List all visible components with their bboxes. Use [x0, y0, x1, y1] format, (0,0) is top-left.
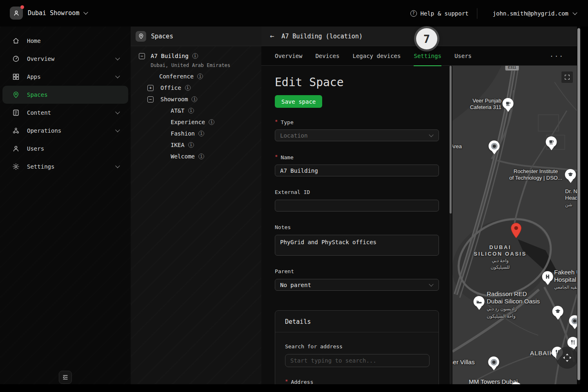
map-label-radisson-red: Radisson REDDubai Silicon Oasis راديسون … — [487, 290, 540, 320]
red-location-marker[interactable] — [511, 223, 522, 241]
document-icon — [12, 109, 20, 116]
chevron-down-icon — [115, 56, 120, 60]
school-pin[interactable] — [552, 306, 564, 317]
sidebar-item-settings[interactable]: Settings — [2, 158, 128, 176]
details-title: Details — [285, 318, 311, 325]
user-icon — [12, 145, 20, 152]
tab-overview[interactable]: Overview — [275, 46, 302, 66]
network-icon — [12, 127, 20, 134]
more-tabs-icon[interactable] — [550, 46, 564, 66]
map-label-veer-punjab: Veer PunjabCafeteria 311 — [456, 98, 501, 111]
fullscreen-button[interactable] — [561, 71, 573, 83]
cafe-pin[interactable] — [546, 136, 557, 147]
sidebar-item-users[interactable]: Users — [2, 140, 128, 158]
map-label-dr-nu: Dr. NuHeadqu شن — [565, 188, 577, 208]
type-label: Type — [275, 119, 294, 125]
sidebar-item-label: Users — [27, 145, 119, 152]
address-search-input[interactable] — [285, 354, 430, 367]
parent-select[interactable]: No parent — [275, 279, 439, 291]
cafe-pin[interactable] — [503, 98, 514, 109]
school-pin[interactable] — [565, 169, 576, 180]
notes-textarea[interactable]: PhyGrid and PhyStack offices — [275, 235, 439, 256]
map-label-rochester: Rochester Instituteof Technology | DSO..… — [501, 168, 571, 181]
dot-pin[interactable] — [569, 315, 577, 326]
info-icon[interactable] — [188, 142, 194, 148]
window-scrollbar-thumb[interactable] — [577, 28, 580, 380]
help-support-link[interactable]: Help & support — [410, 10, 469, 17]
tab-users[interactable]: Users — [454, 46, 472, 66]
expand-expander[interactable]: + — [147, 85, 154, 91]
tree-item-label: Experience — [171, 119, 205, 125]
sidebar-item-home[interactable]: Home — [2, 32, 128, 50]
collapse-expander[interactable]: − — [139, 53, 145, 59]
info-icon[interactable] — [192, 96, 197, 102]
dot-pin[interactable] — [488, 356, 499, 368]
tree-item-label: Fashion — [171, 130, 195, 137]
topbar-divider — [477, 8, 477, 19]
org-avatar — [10, 7, 23, 20]
back-arrow-icon[interactable] — [270, 33, 274, 40]
hospital-pin[interactable] — [542, 271, 553, 282]
org-switcher[interactable]: Dubai Showroom — [10, 7, 87, 20]
collapse-expander[interactable]: − — [147, 96, 154, 102]
tree-item-att[interactable]: AT&T — [171, 107, 194, 114]
hotel-pin[interactable] — [474, 296, 485, 307]
tree-item-ikea[interactable]: IKEA — [171, 142, 194, 148]
external-id-input[interactable] — [275, 200, 439, 212]
collapse-sidebar-button[interactable] — [59, 371, 72, 384]
tree-item-welcome[interactable]: Welcome — [171, 153, 204, 160]
save-space-button[interactable]: Save space — [275, 95, 322, 108]
edit-space-form: Edit Space Save space Type Location Name… — [261, 66, 452, 384]
info-icon[interactable] — [209, 119, 214, 125]
sidebar-item-overview[interactable]: Overview — [2, 50, 128, 68]
sidebar-item-label: Settings — [27, 163, 116, 170]
info-icon[interactable] — [198, 131, 204, 136]
tree-item-experience[interactable]: Experience — [171, 119, 214, 125]
sidebar-item-operations[interactable]: Operations — [2, 122, 128, 140]
info-icon[interactable] — [185, 85, 191, 91]
notes-label: Notes — [275, 224, 291, 230]
dot-pin[interactable] — [489, 140, 500, 151]
info-icon[interactable] — [197, 74, 203, 79]
tree-item-fashion[interactable]: Fashion — [171, 130, 204, 137]
sidebar-item-content[interactable]: Content — [2, 104, 128, 122]
pan-control-button[interactable] — [556, 347, 577, 369]
info-icon[interactable] — [188, 108, 194, 114]
name-input[interactable] — [275, 165, 439, 176]
user-email: john.smith@phygrid.com — [493, 10, 568, 17]
sidebar-item-apps[interactable]: Apps — [2, 68, 128, 86]
tab-devices[interactable]: Devices — [315, 46, 339, 66]
fullscreen-icon — [564, 74, 570, 80]
form-scrollbar-thumb[interactable] — [450, 66, 452, 214]
chevron-down-icon — [115, 74, 120, 78]
chevron-down-icon — [115, 109, 120, 114]
person-icon — [13, 10, 20, 16]
form-scrollbar[interactable] — [450, 66, 452, 384]
tree-item-a7-building[interactable]: − A7 Building — [139, 53, 198, 59]
sidebar-item-spaces[interactable]: Spaces — [2, 86, 128, 104]
page-title: A7 Building (location) — [281, 33, 363, 40]
tree-item-office[interactable]: + Office — [147, 85, 191, 91]
info-icon[interactable] — [198, 154, 204, 159]
panel-title: Spaces — [151, 33, 173, 40]
window-scrollbar[interactable] — [577, 27, 580, 384]
tree-item-label: Welcome — [171, 153, 195, 160]
form-heading: Edit Space — [275, 76, 344, 89]
tree-item-subtitle: Dubai, United Arab Emirates — [151, 62, 230, 68]
sidebar-item-label: Content — [27, 109, 116, 116]
map-pin-icon — [136, 31, 146, 42]
info-icon[interactable] — [192, 53, 198, 59]
map-label-albaik: ALBAIK — [530, 350, 554, 357]
restaurant-pin[interactable] — [568, 337, 577, 348]
tree-item-showroom[interactable]: − Showroom — [147, 96, 197, 102]
name-label: Name — [275, 154, 294, 160]
app-window: Dubai Showroom Help & support john.smith… — [0, 0, 588, 392]
map[interactable]: E311 Veer PunjabCafeteria 311 mmercial A… — [452, 66, 577, 384]
type-select[interactable]: Location — [275, 129, 439, 141]
map-label-dubai-silicon-oasis: DUBAISILICON OASIS واحة دبي للسيليكون — [468, 244, 533, 270]
user-menu[interactable]: john.smith@phygrid.com — [486, 10, 577, 17]
tree-item-conference[interactable]: Conference — [159, 73, 203, 80]
map-label-emmer-villas: emmer Villas — [452, 359, 474, 366]
tab-legacy-devices[interactable]: Legacy devices — [352, 46, 401, 66]
step-badge: 7 — [416, 28, 437, 49]
